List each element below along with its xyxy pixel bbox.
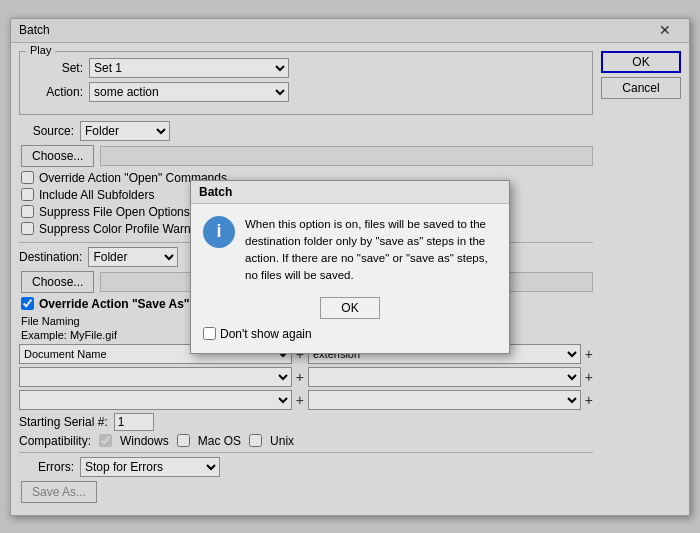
popup-overlay: Batch i When this option is on, files wi…: [11, 19, 689, 515]
dont-show-label: Don't show again: [220, 327, 312, 341]
popup-content-row: i When this option is on, files will be …: [203, 216, 497, 285]
popup-ok-button[interactable]: OK: [320, 297, 380, 319]
popup-title-bar: Batch: [191, 181, 509, 204]
main-batch-dialog: Batch ✕ Play Set: Set 1 Action: some act…: [10, 18, 690, 516]
popup-dialog: Batch i When this option is on, files wi…: [190, 180, 510, 354]
popup-body: i When this option is on, files will be …: [191, 204, 509, 353]
dont-show-checkbox[interactable]: [203, 327, 216, 340]
popup-message: When this option is on, files will be sa…: [245, 216, 497, 285]
popup-ok-row: OK: [203, 297, 497, 319]
info-icon: i: [203, 216, 235, 248]
popup-dont-show-row: Don't show again: [203, 327, 497, 341]
